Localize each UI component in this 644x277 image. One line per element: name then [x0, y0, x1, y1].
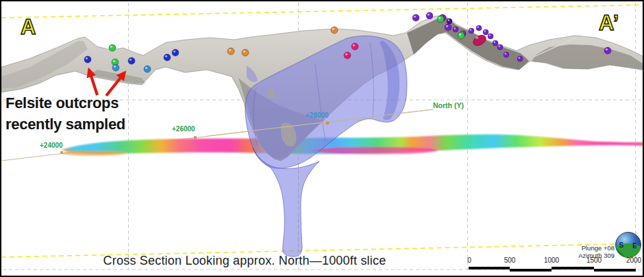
scale-tick-2000: 2000 — [626, 256, 641, 264]
scene-svg: S E — [1, 1, 644, 277]
collar-point-highlight — [129, 59, 132, 61]
collar-point-highlight — [113, 60, 115, 62]
collar-point-highlight — [606, 49, 608, 51]
figure-caption: Cross Section Looking approx. North—1000… — [90, 254, 399, 268]
collar-point-highlight — [114, 66, 116, 68]
collar-point-highlight — [448, 19, 450, 21]
collar-point-purple[interactable] — [476, 25, 482, 31]
collar-point-purple[interactable] — [497, 44, 503, 50]
collar-point-highlight — [345, 53, 347, 55]
collar-point-highlight — [446, 25, 448, 27]
collar-point-orange[interactable] — [227, 48, 234, 55]
collar-point-pink[interactable] — [351, 43, 358, 50]
orientation-globe[interactable]: S E — [616, 233, 641, 258]
collar-point-green[interactable] — [458, 32, 465, 39]
collar-point-highlight — [505, 53, 507, 55]
scale-bar-segment — [469, 267, 510, 269]
north-axis-label: North (Y) — [433, 101, 464, 109]
collar-point-highlight — [86, 57, 88, 60]
collar-point-orange[interactable] — [242, 49, 249, 56]
collar-point-highlight — [332, 28, 334, 30]
collar-point-highlight — [470, 29, 472, 31]
axis-tick-28000 — [326, 122, 329, 124]
collar-point-green[interactable] — [437, 16, 444, 23]
collar-point-highlight — [519, 57, 521, 59]
collar-point-purple[interactable] — [469, 28, 474, 34]
collar-point-highlight — [414, 16, 416, 18]
collar-point-darkpurple[interactable] — [447, 18, 452, 24]
axis-tick-26000 — [194, 136, 197, 139]
collar-point-highlight — [229, 49, 231, 51]
grade-slice-orange-fringe — [61, 151, 127, 156]
scale-bar-segment — [510, 269, 552, 272]
collar-point-purple[interactable] — [488, 34, 493, 39]
scale-bar-segment — [552, 267, 594, 269]
collar-point-blue[interactable] — [164, 54, 171, 61]
section-label-a-prime: A’ — [599, 11, 619, 36]
collar-point-highlight — [243, 51, 245, 53]
scale-bar-segment — [594, 269, 636, 272]
orientation-globe-south-label: S — [619, 241, 624, 249]
collar-point-highlight — [478, 26, 480, 28]
topography-shade-hump — [532, 44, 644, 70]
felsite-annotation: Felsite outcrops recently sampled — [5, 92, 125, 135]
collar-point-highlight — [484, 30, 486, 32]
collar-point-highlight — [353, 44, 355, 47]
collar-point-purple[interactable] — [426, 12, 433, 19]
axis-label-26000: +26000 — [172, 125, 195, 133]
grade-slice — [61, 135, 644, 156]
collar-point-pink[interactable] — [344, 52, 351, 59]
collar-point-blue[interactable] — [128, 57, 135, 64]
collar-point-highlight — [110, 46, 112, 48]
collar-point-highlight — [499, 45, 501, 47]
collar-point-highlight — [454, 27, 456, 29]
collar-point-lightblue[interactable] — [112, 64, 119, 71]
scale-bar — [469, 267, 636, 272]
scale-tick-500: 500 — [504, 256, 516, 264]
collar-point-purple[interactable] — [445, 24, 451, 31]
orientation-globe-east-label: E — [632, 242, 637, 250]
collar-point-blue[interactable] — [84, 56, 91, 63]
collar-point-purple[interactable] — [604, 47, 611, 54]
scale-tick-0: 0 — [467, 256, 471, 264]
scale-tick-1500: 1500 — [586, 256, 602, 264]
collar-point-lightblue[interactable] — [144, 66, 151, 72]
collar-point-highlight — [459, 34, 461, 36]
collar-point-purple[interactable] — [517, 56, 523, 62]
collar-point-blue[interactable] — [172, 49, 179, 56]
axis-label-28000: +28000 — [306, 111, 329, 119]
collar-point-purple[interactable] — [412, 14, 419, 21]
collar-point-purple[interactable] — [483, 29, 488, 35]
collar-point-highlight — [145, 67, 147, 69]
section-label-a: A — [21, 15, 36, 40]
collar-point-purple[interactable] — [493, 40, 498, 46]
viewport: S E A A’ Felsite outcrops recently sampl… — [0, 0, 644, 277]
collar-point-highlight — [494, 41, 496, 43]
axis-label-24000: +24000 — [40, 142, 63, 149]
collar-point-highlight — [165, 55, 167, 57]
felsite-annotation-line2: recently sampled — [5, 114, 125, 135]
scale-tick-1000: 1000 — [544, 256, 559, 264]
felsite-annotation-line1: Felsite outcrops — [5, 92, 125, 114]
collar-point-green[interactable] — [109, 44, 116, 51]
plunge-readout: Plunge +08 — [543, 244, 615, 252]
collar-point-purple[interactable] — [453, 27, 458, 32]
slice-boundary-top — [1, 5, 644, 18]
grade-slice-magenta-blob — [312, 147, 438, 155]
collar-point-highlight — [438, 17, 441, 19]
collar-point-orange[interactable] — [331, 27, 338, 34]
collar-point-purple[interactable] — [504, 52, 509, 57]
collar-point-highlight — [173, 51, 175, 53]
collar-point-highlight — [428, 14, 430, 16]
collar-point-highlight — [489, 34, 491, 36]
